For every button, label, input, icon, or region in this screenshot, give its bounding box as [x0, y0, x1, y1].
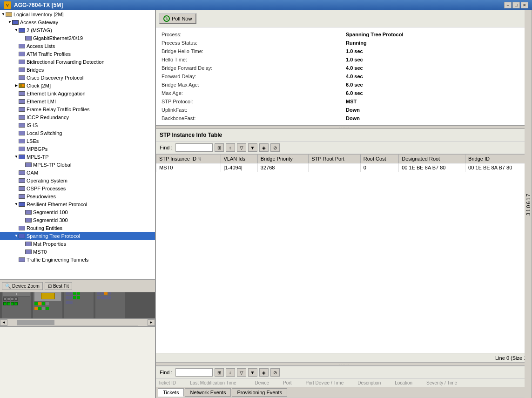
tab-provisioning-events[interactable]: Provisioning Events [232, 388, 287, 397]
tree-item-gige[interactable]: GigabitEthernet2/0/19 [0, 34, 155, 42]
tree-item-pw[interactable]: Pseudowires [0, 192, 155, 200]
minimize-button[interactable]: − [504, 2, 512, 8]
table-status-bar: Line 0 (Size 1) [156, 353, 532, 362]
tree-label-tet: Traffic Engineering Tunnels [27, 257, 88, 263]
tree-item-cdp[interactable]: Cisco Discovery Protocol [0, 74, 155, 81]
bridge-hello-value: 1.0 sec [344, 47, 528, 55]
tree-item-ag[interactable]: ▼Access Gateway [0, 18, 155, 26]
tree-item-mplstp[interactable]: ▼MPLS-TP [0, 153, 155, 161]
divider-2: · · · · · [156, 362, 532, 366]
backbone-fast-label: BackboneFast: [160, 114, 344, 122]
tree-label-os: Operating System [27, 178, 67, 183]
tree-item-ospf[interactable]: OSPF Processes [0, 184, 155, 192]
tree-label-mplstpg: MPLS-TP Global [33, 162, 71, 168]
tree-label-gige: GigabitEthernet2/0/19 [33, 35, 83, 41]
tree-item-bridges[interactable]: Bridges [0, 66, 155, 74]
divider-1: · · · · · [156, 125, 532, 129]
events-filter-button[interactable]: ▽ [237, 368, 246, 377]
tree-label-mstag: 2 (MSTAG) [27, 27, 52, 33]
tree-item-access[interactable]: Access Lists [0, 42, 155, 50]
bridge-hello-label: Bridge Hello Time: [160, 47, 344, 55]
uplink-fast-label: UplinkFast: [160, 106, 344, 114]
filter-button[interactable]: ▽ [237, 143, 246, 152]
col-bridge-id[interactable]: Bridge ID [465, 155, 532, 163]
events-area: Find : ⊞ ↕ ▽ ▼ ◈ ⊘ Ticket ID Last Modifi… [156, 366, 532, 398]
mark-button[interactable]: ◈ [259, 143, 269, 152]
tree-label-root: Logical Inventory [2M] [13, 12, 64, 17]
tree-item-clock[interactable]: ▶Clock [2M] [0, 81, 155, 89]
col-bridge-priority[interactable]: Bridge Priority [257, 155, 308, 163]
stp-table-title: STP Instance Info Table [156, 129, 532, 142]
maximize-button[interactable]: □ [512, 2, 520, 8]
col-stp-root-port[interactable]: STP Root Port [309, 155, 361, 163]
tree-item-isis[interactable]: IS-IS [0, 121, 155, 129]
stp-table-wrapper: STP Instance ID ⇅ VLAN Ids Bridge Priori… [156, 154, 532, 353]
close-button[interactable]: ✕ [521, 2, 528, 8]
tab-tickets[interactable]: Tickets [158, 388, 184, 397]
hello-time-label: Hello Time: [160, 55, 344, 64]
col-stp-instance-id[interactable]: STP Instance ID ⇅ [156, 155, 221, 163]
tree-item-iccp[interactable]: ICCP Redundancy [0, 113, 155, 121]
tree-item-mpbgps[interactable]: MPBGPs [0, 145, 155, 153]
tree-item-root[interactable]: ▼Logical Inventory [2M] [0, 10, 155, 18]
uplink-fast-value: Down [344, 106, 528, 114]
tree-item-seg300[interactable]: SegmentId 300 [0, 216, 155, 224]
window-title: AGG-7604-TX [5M] [14, 2, 63, 8]
events-mark-button[interactable]: ◈ [259, 368, 269, 377]
events-find-input[interactable] [175, 368, 213, 377]
tree-item-routing[interactable]: Routing Entities [0, 224, 155, 232]
process-label: Process: [160, 30, 344, 39]
tree-item-atm[interactable]: ATM Traffic Profiles [0, 50, 155, 58]
events-tabs: Tickets Network Events Provisioning Even… [156, 387, 532, 398]
clear-button[interactable]: ⊘ [270, 143, 280, 152]
tree-item-os[interactable]: Operating System [0, 176, 155, 184]
app-icon: V [4, 1, 11, 9]
events-export-button[interactable]: ⊞ [215, 368, 224, 377]
table-row[interactable]: MST0 [1-4094] 32768 0 00 1E BE 8A B7 80 … [156, 163, 532, 172]
info-grid: Process: Spanning Tree Protocol Process … [156, 27, 532, 125]
tree-label-cdp: Cisco Discovery Protocol [27, 75, 83, 81]
col-designated-root[interactable]: Designated Root [399, 155, 465, 163]
export-button[interactable]: ⊞ [215, 143, 224, 152]
tree-item-seg100[interactable]: SegmentId 100 [0, 208, 155, 216]
tree-item-ls[interactable]: Local Switching [0, 129, 155, 137]
tab-network-events[interactable]: Network Events [185, 388, 231, 397]
tree-item-mstprop[interactable]: Mst Properties [0, 240, 155, 248]
tree-item-msto[interactable]: MST0 [0, 248, 155, 256]
tree-item-stp[interactable]: ▼Spanning Tree Protocol [0, 232, 155, 240]
tree-item-mstag[interactable]: ▼2 (MSTAG) [0, 26, 155, 34]
tree-item-ela[interactable]: Ethernet Link Aggregation [0, 89, 155, 97]
poll-now-button[interactable]: ↻ Poll Now [159, 13, 196, 24]
tree-item-bfd[interactable]: Bidirectional Forwarding Detection [0, 58, 155, 66]
events-filter-down-button[interactable]: ▼ [248, 368, 257, 377]
tree-label-mpbgps: MPBGPs [27, 146, 47, 152]
tree-label-ospf: OSPF Processes [27, 186, 66, 191]
tree-label-stp: Spanning Tree Protocol [27, 233, 80, 239]
tree-item-frtf[interactable]: Frame Relay Traffic Profiles [0, 105, 155, 113]
best-fit-button[interactable]: ⊡ Best Fit [45, 282, 72, 290]
bridge-max-age-label: Bridge Max Age: [160, 81, 344, 89]
tree-label-mstprop: Mst Properties [33, 241, 66, 247]
col-root-cost[interactable]: Root Cost [360, 155, 399, 163]
tree-item-mplstpg[interactable]: MPLS-TP Global [0, 161, 155, 169]
events-sort-button[interactable]: ↕ [226, 368, 235, 377]
stp-instance-table: STP Instance ID ⇅ VLAN Ids Bridge Priori… [156, 154, 532, 172]
tree-item-elmi[interactable]: Ethernet LMI [0, 97, 155, 105]
stp-protocol-value: MST [344, 97, 528, 106]
tree-item-oam[interactable]: OAM [0, 169, 155, 176]
tree-label-ls: Local Switching [27, 130, 62, 136]
tree-label-elmi: Ethernet LMI [27, 99, 56, 104]
tree-item-tet[interactable]: Traffic Engineering Tunnels [0, 256, 155, 263]
col-vlan-ids[interactable]: VLAN Ids [221, 155, 257, 163]
tree-item-rep[interactable]: ▼Resilient Ethernet Protocol [0, 200, 155, 208]
table-toolbar: Find : ⊞ ↕ ▽ ▼ ◈ ⊘ [156, 142, 532, 154]
events-clear-button[interactable]: ⊘ [270, 368, 280, 377]
device-canvas: 1 [0, 292, 155, 318]
device-zoom-button[interactable]: 🔍 Device Zoom [2, 282, 43, 290]
sort-button[interactable]: ↕ [226, 143, 235, 152]
tree-item-lses[interactable]: LSEs [0, 137, 155, 145]
horizontal-scroll[interactable]: ◄ ► [0, 318, 155, 326]
zoom-toolbar: 🔍 Device Zoom ⊡ Best Fit [0, 280, 155, 292]
find-input[interactable] [175, 143, 213, 152]
filter-down-button[interactable]: ▼ [248, 143, 257, 152]
